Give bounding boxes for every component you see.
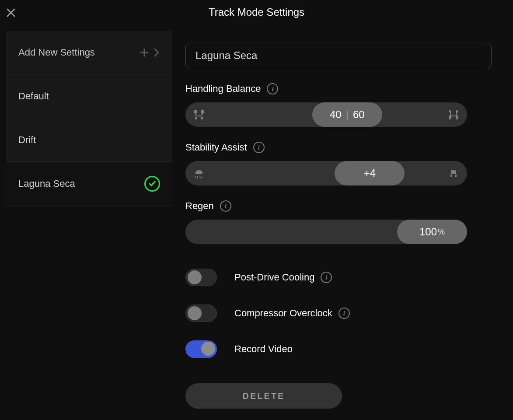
toggle-row-post-drive-cooling: Post-Drive Cooling i [185,269,492,286]
sidebar-item-label: Drift [18,134,160,146]
sidebar-item-label: Default [18,91,160,102]
compressor-overclock-label: Compressor Overclock [234,308,332,319]
axle-rear-icon [447,108,460,121]
svg-point-9 [200,174,202,175]
section-regen: Regen i 100% [185,200,492,244]
regen-slider[interactable]: 100% [185,220,467,244]
svg-rect-2 [195,117,197,119]
stability-value: +4 [364,167,376,179]
stability-slider[interactable]: +4 [185,161,467,186]
regen-unit: % [438,228,445,237]
svg-point-8 [196,174,198,175]
svg-rect-0 [194,110,197,114]
post-drive-cooling-label: Post-Drive Cooling [234,272,314,283]
car-crash-icon [192,167,206,180]
sidebar: Add New Settings Default Drift Laguna Se… [6,31,172,206]
record-video-toggle[interactable] [185,340,217,358]
profile-name-input[interactable] [185,43,492,68]
svg-rect-1 [201,110,204,114]
info-icon[interactable]: i [321,272,332,283]
toggle-row-record-video: Record Video [185,340,492,358]
thumb-divider: | [346,108,349,121]
delete-button[interactable]: DELETE [185,383,342,409]
settings-panel: Handling Balance i 40 | 60 Stability Ass… [185,43,492,409]
axle-front-icon [192,108,206,121]
handling-slider-thumb[interactable]: 40 | 60 [312,102,382,127]
sidebar-item-drift[interactable]: Drift [6,118,172,162]
toggle-row-compressor-overclock: Compressor Overclock i [185,304,492,322]
sidebar-add-new[interactable]: Add New Settings [6,31,172,74]
post-drive-cooling-toggle[interactable] [185,269,217,286]
handling-rear-value: 60 [353,108,365,121]
sidebar-add-label: Add New Settings [18,47,139,58]
info-icon[interactable]: i [339,308,350,319]
svg-rect-10 [450,175,452,177]
svg-rect-11 [455,175,457,177]
check-icon [144,176,160,192]
info-icon[interactable]: i [267,83,278,94]
handling-label: Handling Balance [185,83,261,94]
handling-front-value: 40 [330,108,342,121]
sidebar-item-default[interactable]: Default [6,74,172,118]
chevron-right-icon [153,47,160,58]
info-icon[interactable]: i [220,200,231,212]
info-icon[interactable]: i [253,142,265,153]
add-icons-group [139,47,160,58]
sidebar-item-label: Laguna Seca [18,178,144,189]
page-title: Track Mode Settings [0,6,513,18]
regen-value: 100 [419,226,437,238]
regen-label: Regen [185,200,214,212]
stability-label: Stability Assist [185,142,247,153]
plus-icon [139,47,150,58]
compressor-overclock-toggle[interactable] [185,304,217,322]
svg-rect-3 [201,117,203,119]
stability-slider-thumb[interactable]: +4 [335,161,405,186]
record-video-label: Record Video [234,343,293,355]
sidebar-item-laguna-seca[interactable]: Laguna Seca [6,162,172,206]
section-stability: Stability Assist i +4 [185,142,492,186]
regen-slider-thumb[interactable]: 100% [397,220,467,244]
section-handling: Handling Balance i 40 | 60 [185,83,492,127]
car-stable-icon [447,167,460,180]
handling-slider[interactable]: 40 | 60 [185,102,467,127]
